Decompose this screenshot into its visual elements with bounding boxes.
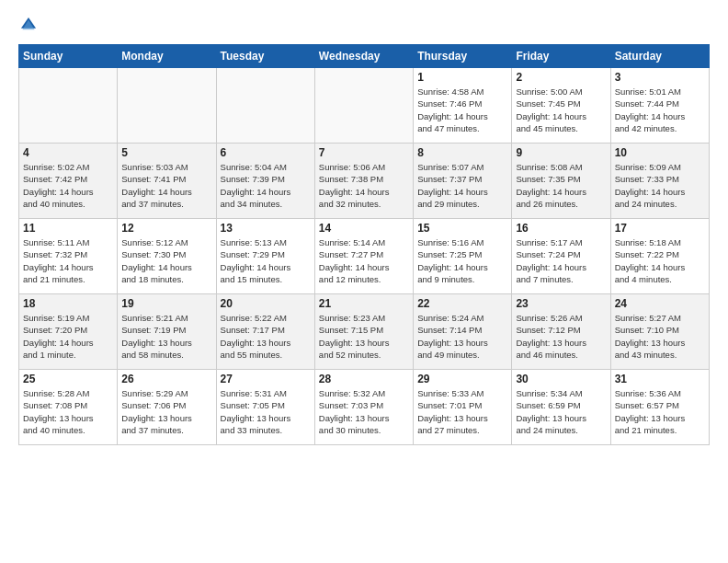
day-info: Sunrise: 5:06 AMSunset: 7:38 PMDaylight:… (319, 161, 409, 210)
calendar-cell: 13Sunrise: 5:13 AMSunset: 7:29 PMDayligh… (216, 219, 314, 294)
day-number: 23 (516, 297, 606, 310)
day-info: Sunrise: 4:58 AMSunset: 7:46 PMDaylight:… (417, 86, 507, 134)
calendar-cell: 10Sunrise: 5:09 AMSunset: 7:33 PMDayligh… (610, 144, 709, 219)
day-number: 28 (319, 373, 409, 385)
day-number: 4 (23, 146, 113, 159)
calendar-cell: 5Sunrise: 5:03 AMSunset: 7:41 PMDaylight… (118, 144, 216, 219)
calendar-cell (118, 68, 216, 144)
calendar-cell: 26Sunrise: 5:29 AMSunset: 7:06 PMDayligh… (118, 370, 216, 445)
day-number: 9 (516, 146, 606, 159)
calendar-week-1: 1Sunrise: 4:58 AMSunset: 7:46 PMDaylight… (19, 68, 710, 144)
day-number: 30 (516, 373, 606, 385)
calendar-week-3: 11Sunrise: 5:11 AMSunset: 7:32 PMDayligh… (19, 219, 710, 294)
day-info: Sunrise: 5:17 AMSunset: 7:24 PMDaylight:… (516, 236, 606, 285)
calendar-cell: 19Sunrise: 5:21 AMSunset: 7:19 PMDayligh… (118, 294, 216, 370)
day-info: Sunrise: 5:11 AMSunset: 7:32 PMDaylight:… (23, 236, 113, 285)
day-info: Sunrise: 5:01 AMSunset: 7:44 PMDaylight:… (615, 86, 705, 134)
calendar-cell: 12Sunrise: 5:12 AMSunset: 7:30 PMDayligh… (118, 219, 216, 294)
day-info: Sunrise: 5:31 AMSunset: 7:05 PMDaylight:… (221, 387, 311, 436)
calendar-week-2: 4Sunrise: 5:02 AMSunset: 7:42 PMDaylight… (19, 144, 710, 219)
calendar-cell: 28Sunrise: 5:32 AMSunset: 7:03 PMDayligh… (314, 370, 413, 445)
day-info: Sunrise: 5:02 AMSunset: 7:42 PMDaylight:… (23, 161, 113, 210)
day-header-saturday: Saturday (610, 45, 709, 68)
calendar-cell: 15Sunrise: 5:16 AMSunset: 7:25 PMDayligh… (414, 219, 512, 294)
day-number: 17 (615, 222, 705, 235)
calendar-cell: 24Sunrise: 5:27 AMSunset: 7:10 PMDayligh… (610, 294, 709, 370)
day-number: 8 (417, 146, 507, 159)
calendar-cell: 20Sunrise: 5:22 AMSunset: 7:17 PMDayligh… (216, 294, 314, 370)
day-info: Sunrise: 5:23 AMSunset: 7:15 PMDaylight:… (319, 312, 409, 361)
calendar-cell: 23Sunrise: 5:26 AMSunset: 7:12 PMDayligh… (512, 294, 610, 370)
day-info: Sunrise: 5:13 AMSunset: 7:29 PMDaylight:… (221, 236, 311, 285)
day-number: 14 (319, 222, 409, 235)
calendar-cell: 21Sunrise: 5:23 AMSunset: 7:15 PMDayligh… (314, 294, 413, 370)
day-number: 3 (615, 71, 705, 84)
day-number: 2 (516, 71, 606, 84)
day-info: Sunrise: 5:12 AMSunset: 7:30 PMDaylight:… (121, 236, 211, 285)
day-number: 24 (615, 297, 705, 310)
day-number: 10 (615, 146, 705, 159)
day-info: Sunrise: 5:04 AMSunset: 7:39 PMDaylight:… (221, 161, 311, 210)
day-number: 18 (23, 297, 113, 310)
calendar-cell (19, 68, 118, 144)
day-header-sunday: Sunday (19, 45, 118, 68)
day-number: 7 (319, 146, 409, 159)
calendar-cell (314, 68, 413, 144)
day-number: 6 (221, 146, 311, 159)
day-info: Sunrise: 5:22 AMSunset: 7:17 PMDaylight:… (221, 312, 311, 361)
day-header-wednesday: Wednesday (314, 45, 413, 68)
calendar-cell: 4Sunrise: 5:02 AMSunset: 7:42 PMDaylight… (19, 144, 118, 219)
calendar-cell: 31Sunrise: 5:36 AMSunset: 6:57 PMDayligh… (610, 370, 709, 445)
day-number: 5 (121, 146, 211, 159)
calendar-cell: 29Sunrise: 5:33 AMSunset: 7:01 PMDayligh… (414, 370, 512, 445)
day-number: 15 (417, 222, 507, 235)
calendar-week-5: 25Sunrise: 5:28 AMSunset: 7:08 PMDayligh… (19, 370, 710, 445)
day-number: 13 (221, 222, 311, 235)
page: SundayMondayTuesdayWednesdayThursdayFrid… (0, 0, 728, 563)
day-info: Sunrise: 5:28 AMSunset: 7:08 PMDaylight:… (23, 387, 113, 436)
calendar-header-row: SundayMondayTuesdayWednesdayThursdayFrid… (19, 45, 710, 68)
day-info: Sunrise: 5:19 AMSunset: 7:20 PMDaylight:… (23, 312, 113, 361)
day-number: 16 (516, 222, 606, 235)
calendar-cell: 18Sunrise: 5:19 AMSunset: 7:20 PMDayligh… (19, 294, 118, 370)
calendar-cell: 25Sunrise: 5:28 AMSunset: 7:08 PMDayligh… (19, 370, 118, 445)
day-info: Sunrise: 5:26 AMSunset: 7:12 PMDaylight:… (516, 312, 606, 361)
calendar-cell: 3Sunrise: 5:01 AMSunset: 7:44 PMDaylight… (610, 68, 709, 144)
header (18, 15, 710, 35)
day-info: Sunrise: 5:09 AMSunset: 7:33 PMDaylight:… (615, 161, 705, 210)
day-info: Sunrise: 5:00 AMSunset: 7:45 PMDaylight:… (516, 86, 606, 134)
logo (18, 15, 42, 35)
calendar-cell: 7Sunrise: 5:06 AMSunset: 7:38 PMDaylight… (314, 144, 413, 219)
calendar-cell: 14Sunrise: 5:14 AMSunset: 7:27 PMDayligh… (314, 219, 413, 294)
day-number: 29 (417, 373, 507, 385)
day-number: 20 (221, 297, 311, 310)
day-number: 11 (23, 222, 113, 235)
day-info: Sunrise: 5:33 AMSunset: 7:01 PMDaylight:… (417, 387, 507, 436)
day-info: Sunrise: 5:16 AMSunset: 7:25 PMDaylight:… (417, 236, 507, 285)
day-number: 31 (615, 373, 705, 385)
calendar-cell: 11Sunrise: 5:11 AMSunset: 7:32 PMDayligh… (19, 219, 118, 294)
day-number: 22 (417, 297, 507, 310)
day-number: 19 (121, 297, 211, 310)
calendar-cell: 9Sunrise: 5:08 AMSunset: 7:35 PMDaylight… (512, 144, 610, 219)
calendar-cell: 1Sunrise: 4:58 AMSunset: 7:46 PMDaylight… (414, 68, 512, 144)
calendar-cell: 22Sunrise: 5:24 AMSunset: 7:14 PMDayligh… (414, 294, 512, 370)
day-header-monday: Monday (118, 45, 216, 68)
day-info: Sunrise: 5:34 AMSunset: 6:59 PMDaylight:… (516, 387, 606, 436)
calendar-cell: 2Sunrise: 5:00 AMSunset: 7:45 PMDaylight… (512, 68, 610, 144)
day-info: Sunrise: 5:21 AMSunset: 7:19 PMDaylight:… (121, 312, 211, 361)
day-number: 27 (221, 373, 311, 385)
day-info: Sunrise: 5:18 AMSunset: 7:22 PMDaylight:… (615, 236, 705, 285)
day-info: Sunrise: 5:24 AMSunset: 7:14 PMDaylight:… (417, 312, 507, 361)
day-info: Sunrise: 5:14 AMSunset: 7:27 PMDaylight:… (319, 236, 409, 285)
day-number: 12 (121, 222, 211, 235)
day-header-friday: Friday (512, 45, 610, 68)
calendar-week-4: 18Sunrise: 5:19 AMSunset: 7:20 PMDayligh… (19, 294, 710, 370)
day-header-tuesday: Tuesday (216, 45, 314, 68)
calendar-cell: 6Sunrise: 5:04 AMSunset: 7:39 PMDaylight… (216, 144, 314, 219)
day-number: 21 (319, 297, 409, 310)
calendar-cell: 16Sunrise: 5:17 AMSunset: 7:24 PMDayligh… (512, 219, 610, 294)
calendar-cell (216, 68, 314, 144)
day-info: Sunrise: 5:08 AMSunset: 7:35 PMDaylight:… (516, 161, 606, 210)
day-info: Sunrise: 5:27 AMSunset: 7:10 PMDaylight:… (615, 312, 705, 361)
